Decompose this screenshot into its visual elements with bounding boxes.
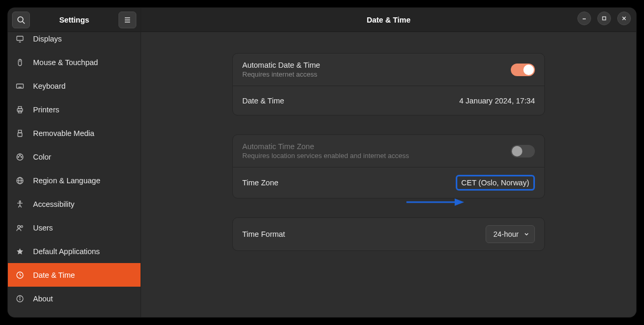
sidebar-item-label: Accessibility <box>33 200 74 208</box>
switch-auto-timezone[interactable] <box>511 145 535 158</box>
row-labels: Automatic Date & Time Requires internet … <box>242 61 320 78</box>
sidebar-item-label: Displays <box>33 35 62 43</box>
svg-line-30 <box>20 205 22 207</box>
row-timezone[interactable]: Time Zone CET (Oslo, Norway) <box>233 167 544 198</box>
sidebar-item-label: Date & Time <box>33 271 75 279</box>
app-title: Settings <box>34 16 114 24</box>
svg-rect-5 <box>17 36 23 40</box>
svg-rect-9 <box>17 84 24 88</box>
svg-point-20 <box>19 155 20 156</box>
mouse-icon <box>15 58 25 67</box>
row-subtitle: Requires internet access <box>242 70 320 78</box>
chevron-down-icon <box>524 232 529 237</box>
sidebar-item-label: Removable Media <box>33 129 94 138</box>
row-title: Date & Time <box>242 97 284 105</box>
svg-rect-17 <box>18 130 22 133</box>
main-header: Date & Time <box>141 8 636 32</box>
row-datetime[interactable]: Date & Time 4 January 2024, 17:34 <box>233 86 544 115</box>
svg-rect-15 <box>18 107 22 109</box>
group-timeformat: Time Format 24-hour <box>232 217 545 251</box>
sidebar-item-label: Default Applications <box>33 247 100 256</box>
search-button[interactable] <box>12 12 30 28</box>
annotation-arrow <box>406 197 464 207</box>
hamburger-icon <box>123 16 132 24</box>
sidebar-item-printers[interactable]: Printers <box>8 98 141 121</box>
svg-point-22 <box>18 156 19 158</box>
color-icon <box>15 152 25 162</box>
svg-marker-44 <box>455 198 464 206</box>
sidebar-item-users[interactable]: Users <box>8 216 141 239</box>
content-area: Automatic Date & Time Requires internet … <box>141 32 636 317</box>
sidebar-item-mouse-touchpad[interactable]: Mouse & Touchpad <box>8 50 141 74</box>
svg-point-0 <box>18 17 23 22</box>
star-icon <box>15 247 25 256</box>
datetime-value: 4 January 2024, 17:34 <box>459 97 535 105</box>
sidebar: Settings Displays Mouse & Touchpad Keybo… <box>8 8 141 317</box>
sidebar-item-default-apps[interactable]: Default Applications <box>8 239 141 263</box>
sidebar-item-label: Keyboard <box>33 82 66 90</box>
svg-rect-16 <box>18 111 22 113</box>
maximize-icon <box>602 16 607 21</box>
page-title: Date & Time <box>367 16 411 24</box>
sidebar-item-accessibility[interactable]: Accessibility <box>8 192 141 216</box>
row-timeformat: Time Format 24-hour <box>233 218 544 250</box>
main-panel: Date & Time Automatic Date & Time <box>141 8 636 317</box>
info-icon <box>15 294 25 303</box>
sidebar-item-label: Color <box>33 153 51 161</box>
sidebar-item-region-language[interactable]: Region & Language <box>8 169 141 192</box>
hamburger-button[interactable] <box>119 12 136 28</box>
keyboard-icon <box>15 81 25 91</box>
svg-line-29 <box>18 205 20 207</box>
group-timezone: Automatic Time Zone Requires location se… <box>232 134 545 198</box>
group-datetime: Automatic Date & Time Requires internet … <box>232 53 545 116</box>
svg-point-31 <box>18 225 20 228</box>
usb-icon <box>15 129 25 138</box>
switch-auto-datetime[interactable] <box>511 64 535 76</box>
globe-icon <box>15 176 25 185</box>
row-labels: Automatic Time Zone Requires location se… <box>242 142 409 160</box>
settings-window: Settings Displays Mouse & Touchpad Keybo… <box>7 7 637 318</box>
sidebar-item-label: Printers <box>33 106 59 114</box>
row-title: Time Zone <box>242 179 278 187</box>
svg-point-21 <box>21 156 22 158</box>
window-controls <box>577 12 631 25</box>
users-icon <box>15 223 25 233</box>
timezone-value-highlighted[interactable]: CET (Oslo, Norway) <box>456 175 535 191</box>
displays-icon <box>15 34 25 44</box>
row-title: Automatic Time Zone <box>242 142 409 151</box>
maximize-button[interactable] <box>597 12 611 25</box>
svg-rect-40 <box>603 17 606 20</box>
sidebar-item-label: Users <box>33 224 53 232</box>
close-icon <box>621 16 627 21</box>
svg-point-38 <box>20 297 20 297</box>
sidebar-item-keyboard[interactable]: Keyboard <box>8 74 141 98</box>
sidebar-item-about[interactable]: About <box>8 287 141 310</box>
sidebar-list: Displays Mouse & Touchpad Keyboard Print… <box>8 32 141 317</box>
svg-rect-18 <box>18 133 22 137</box>
svg-point-26 <box>19 201 21 202</box>
row-subtitle: Requires location services enabled and i… <box>242 152 409 160</box>
accessibility-icon <box>15 200 25 209</box>
row-title: Time Format <box>242 230 285 238</box>
svg-point-32 <box>21 225 23 227</box>
minimize-icon <box>582 16 587 21</box>
sidebar-item-label: Region & Language <box>33 176 100 185</box>
minimize-button[interactable] <box>577 12 591 25</box>
dropdown-value: 24-hour <box>493 230 519 238</box>
sidebar-item-displays[interactable]: Displays <box>8 32 141 50</box>
row-auto-datetime[interactable]: Automatic Date & Time Requires internet … <box>233 54 544 86</box>
sidebar-item-color[interactable]: Color <box>8 145 141 169</box>
svg-line-35 <box>20 275 22 276</box>
dropdown-timeformat[interactable]: 24-hour <box>486 225 535 243</box>
sidebar-item-label: Mouse & Touchpad <box>33 58 98 67</box>
close-button[interactable] <box>617 12 631 25</box>
row-title: Automatic Date & Time <box>242 61 320 69</box>
sidebar-item-label: About <box>33 295 53 303</box>
sidebar-item-removable-media[interactable]: Removable Media <box>8 121 141 145</box>
row-auto-timezone[interactable]: Automatic Time Zone Requires location se… <box>233 135 544 167</box>
sidebar-item-date-time[interactable]: Date & Time <box>8 263 141 287</box>
search-icon <box>17 16 25 24</box>
clock-icon <box>15 270 25 280</box>
sidebar-header: Settings <box>8 8 141 32</box>
svg-line-1 <box>23 22 25 24</box>
